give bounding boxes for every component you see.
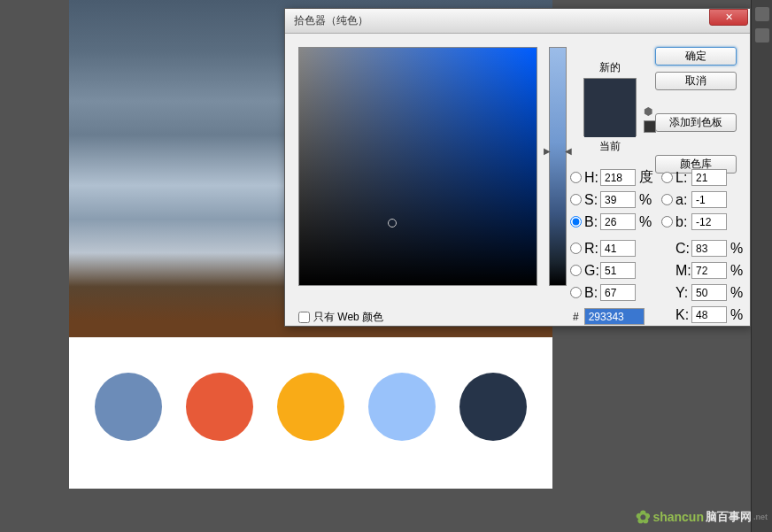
h-radio[interactable] <box>570 172 582 183</box>
rgb-group: R: G: B: <box>570 237 636 304</box>
lab-b-label: b: <box>676 214 691 230</box>
r-radio[interactable] <box>570 243 582 254</box>
c-input[interactable] <box>691 240 727 257</box>
l-input[interactable] <box>691 169 727 186</box>
swatch-5[interactable] <box>459 373 527 441</box>
a-input[interactable] <box>691 191 727 208</box>
g-input[interactable] <box>600 262 636 279</box>
close-icon: ✕ <box>725 12 733 23</box>
b-input[interactable] <box>600 213 636 230</box>
gamut-warning-icon[interactable]: ⬢ <box>644 106 656 117</box>
watermark-cn: 脑百事网 <box>706 509 752 525</box>
cmyk-group: C: % M: % Y: % K: % <box>661 237 743 326</box>
rgb-b-radio[interactable] <box>570 287 582 298</box>
k-label: K: <box>676 307 691 323</box>
m-unit: % <box>727 263 743 279</box>
panel-dock <box>751 0 772 532</box>
current-color-label: 当前 <box>583 139 637 154</box>
lab-group: L: a: b: <box>661 166 727 233</box>
y-unit: % <box>727 285 743 301</box>
swatch-1[interactable] <box>95 373 162 441</box>
panel-icon[interactable] <box>755 28 769 42</box>
rgb-b-label: B: <box>584 285 600 301</box>
rgb-b-input[interactable] <box>600 284 636 301</box>
add-to-swatches-button[interactable]: 添加到色板 <box>655 113 737 132</box>
warning-icons: ⬢ <box>644 106 656 133</box>
s-radio[interactable] <box>570 194 582 205</box>
k-input[interactable] <box>691 306 727 323</box>
h-label: H: <box>584 170 600 186</box>
swatch-3[interactable] <box>277 373 344 441</box>
s-input[interactable] <box>600 191 636 208</box>
h-input[interactable] <box>600 169 636 186</box>
s-unit: % <box>636 192 652 208</box>
web-safe-warning-icon[interactable] <box>644 120 656 133</box>
dialog-buttons: 确定 取消 添加到色板 颜色库 <box>655 47 737 173</box>
k-unit: % <box>727 307 743 323</box>
lab-b-radio[interactable] <box>661 216 673 227</box>
web-only-label: 只有 Web 颜色 <box>313 310 383 325</box>
hue-slider[interactable] <box>549 47 567 286</box>
color-palette-row <box>69 337 552 476</box>
saturation-value-field[interactable] <box>298 47 537 286</box>
preview-swatch <box>583 78 637 136</box>
l-radio[interactable] <box>661 172 673 183</box>
hex-prefix: # <box>573 311 579 323</box>
cancel-button[interactable]: 取消 <box>655 72 737 90</box>
dialog-body: ▶◀ 新的 当前 ⬢ 确定 取消 添加到色板 颜色库 H: <box>285 34 750 326</box>
swatch-2[interactable] <box>186 373 253 441</box>
c-label: C: <box>676 241 691 257</box>
y-input[interactable] <box>691 284 727 301</box>
hsb-group: H: 度 S: % B: % <box>570 166 652 233</box>
m-label: M: <box>676 263 691 279</box>
g-label: G: <box>584 263 600 279</box>
web-colors-only: 只有 Web 颜色 <box>298 310 383 325</box>
b-unit: % <box>636 214 652 230</box>
color-picker-dialog: 拾色器（纯色） ✕ ▶◀ 新的 当前 ⬢ 确定 取消 添加到色板 <box>284 8 751 327</box>
hue-slider-handle[interactable]: ▶◀ <box>544 146 572 156</box>
swatch-4[interactable] <box>368 373 436 441</box>
h-unit: 度 <box>636 168 652 187</box>
b-label: B: <box>584 214 600 230</box>
a-label: a: <box>676 192 691 208</box>
color-preview: 新的 当前 <box>583 60 637 154</box>
panel-icon[interactable] <box>755 7 769 21</box>
new-color-label: 新的 <box>583 60 637 75</box>
watermark-net: .net <box>753 513 768 521</box>
g-radio[interactable] <box>570 265 582 276</box>
watermark-brand: shancun <box>652 510 704 524</box>
lab-b-input[interactable] <box>691 213 727 230</box>
c-unit: % <box>727 241 743 257</box>
m-input[interactable] <box>691 262 727 279</box>
l-label: L: <box>676 170 691 186</box>
s-label: S: <box>584 192 600 208</box>
new-color-swatch <box>584 79 636 108</box>
a-radio[interactable] <box>661 194 673 205</box>
dialog-title: 拾色器（纯色） <box>294 13 709 28</box>
b-radio[interactable] <box>570 216 582 227</box>
sv-cursor-icon <box>388 219 397 227</box>
r-input[interactable] <box>600 240 636 257</box>
hex-group: # <box>573 308 645 325</box>
web-only-checkbox[interactable] <box>298 312 310 323</box>
y-label: Y: <box>676 285 691 301</box>
leaf-icon: ✿ <box>636 506 651 528</box>
ok-button[interactable]: 确定 <box>655 47 737 66</box>
hex-input[interactable] <box>584 308 645 325</box>
titlebar[interactable]: 拾色器（纯色） ✕ <box>285 9 750 34</box>
watermark: ✿ shancun 脑百事网 .net <box>636 506 768 528</box>
current-color-swatch[interactable] <box>584 108 636 137</box>
r-label: R: <box>584 241 600 257</box>
close-button[interactable]: ✕ <box>709 9 748 26</box>
